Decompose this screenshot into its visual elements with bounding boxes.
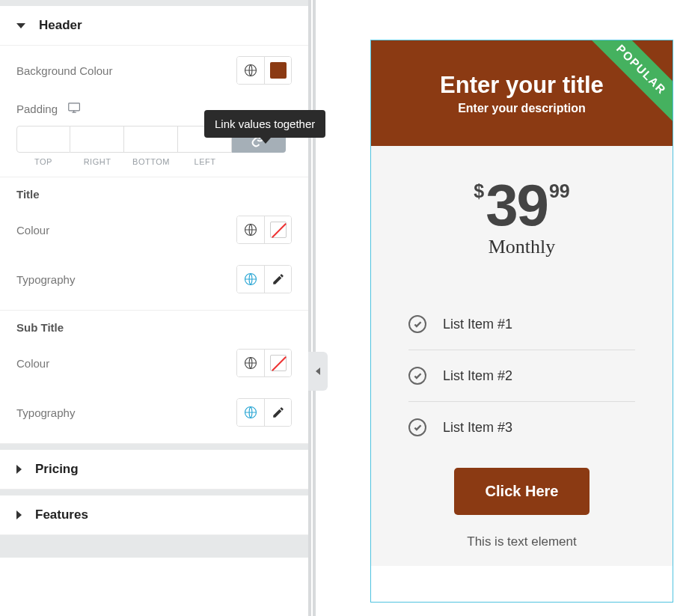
global-color-button[interactable] xyxy=(237,350,264,376)
label-subtitle-colour: Colour xyxy=(16,357,236,370)
row-background-colour: Background Colour xyxy=(0,46,308,95)
check-circle-icon xyxy=(408,418,426,436)
footnote-text: This is text element xyxy=(371,534,673,566)
global-typography-button[interactable] xyxy=(237,399,264,426)
subtitle-group: Sub Title Colour Typography xyxy=(0,311,308,444)
section-title-pricing: Pricing xyxy=(35,462,79,477)
global-color-button[interactable] xyxy=(237,57,264,84)
edit-typography-button[interactable] xyxy=(264,266,291,293)
currency-symbol: $ xyxy=(474,180,484,202)
label-title-typography: Typography xyxy=(16,273,236,286)
check-circle-icon xyxy=(408,315,426,333)
edit-typography-button[interactable] xyxy=(264,399,291,426)
list-item: List Item #3 xyxy=(408,401,635,453)
no-color-icon xyxy=(270,355,287,371)
label-left: LEFT xyxy=(178,157,232,166)
feature-text: List Item #3 xyxy=(443,420,512,436)
price-block: $ 39 99 Monthly xyxy=(371,146,673,279)
label-top: TOP xyxy=(16,157,70,166)
list-item: List Item #1 xyxy=(408,299,635,350)
list-item: List Item #2 xyxy=(408,350,635,401)
spacer xyxy=(0,490,308,495)
spacer xyxy=(0,535,308,558)
label-title-colour: Colour xyxy=(16,224,236,237)
price-cents: 99 xyxy=(549,180,570,202)
global-color-button[interactable] xyxy=(237,216,264,243)
row-subtitle-typography: Typography xyxy=(0,388,308,437)
caret-right-icon xyxy=(16,465,22,474)
padding-side-labels: TOP RIGHT BOTTOM LEFT xyxy=(16,157,292,166)
row-title-typography: Typography xyxy=(0,254,308,304)
spacer xyxy=(0,0,308,6)
tooltip-text: Link values together xyxy=(215,118,315,130)
title-group: Title Colour Typography xyxy=(0,177,308,311)
section-title-features: Features xyxy=(35,507,88,522)
section-toggle-header[interactable]: Header xyxy=(0,6,308,46)
row-title-colour: Colour xyxy=(0,205,308,254)
check-circle-icon xyxy=(408,367,426,385)
padding-right-input[interactable] xyxy=(70,126,124,153)
pricing-description[interactable]: Enter your description xyxy=(458,102,586,115)
padding-bottom-input[interactable] xyxy=(124,126,178,153)
pricing-title[interactable]: Enter your title xyxy=(440,72,604,99)
features-list: List Item #1 List Item #2 List Item #3 xyxy=(371,279,673,460)
row-subtitle-colour: Colour xyxy=(0,338,308,388)
subheading-subtitle: Sub Title xyxy=(0,311,308,338)
caret-down-icon xyxy=(16,23,25,28)
subheading-title: Title xyxy=(0,177,308,205)
label-padding: Padding xyxy=(16,103,58,115)
no-color-icon xyxy=(270,222,287,238)
pricing-table-preview[interactable]: POPULAR Enter your title Enter your desc… xyxy=(370,40,673,603)
label-background-colour: Background Colour xyxy=(16,64,236,77)
feature-text: List Item #2 xyxy=(443,368,512,384)
padding-top-input[interactable] xyxy=(16,126,70,153)
label-bottom: BOTTOM xyxy=(124,157,178,166)
section-toggle-pricing[interactable]: Pricing xyxy=(0,450,308,490)
style-sidebar: Header Background Colour Padding xyxy=(0,0,308,616)
svg-rect-1 xyxy=(69,103,80,111)
feature-text: List Item #1 xyxy=(443,317,512,332)
section-toggle-features[interactable]: Features xyxy=(0,495,308,535)
cta-button[interactable]: Click Here xyxy=(454,468,590,515)
tooltip-link-values: Link values together xyxy=(204,110,325,138)
pricing-header: POPULAR Enter your title Enter your desc… xyxy=(371,40,673,146)
section-title-header: Header xyxy=(39,18,82,33)
spacer xyxy=(0,444,308,450)
collapse-sidebar-button[interactable] xyxy=(308,352,328,391)
cta-wrap: Click Here xyxy=(371,460,673,534)
bg-colour-swatch[interactable] xyxy=(264,57,291,84)
caret-right-icon xyxy=(16,510,22,519)
color-swatch-icon xyxy=(270,62,287,79)
chevron-left-icon xyxy=(316,368,320,375)
responsive-devices-icon[interactable] xyxy=(68,103,83,115)
price-period: Monthly xyxy=(371,236,673,258)
price-amount: 39 xyxy=(486,176,548,234)
global-typography-button[interactable] xyxy=(237,266,264,293)
sidebar-resize-gutter[interactable] xyxy=(308,0,319,616)
subtitle-colour-swatch[interactable] xyxy=(264,350,291,376)
title-colour-swatch[interactable] xyxy=(264,216,291,243)
label-right: RIGHT xyxy=(70,157,124,166)
label-subtitle-typography: Typography xyxy=(16,406,236,419)
